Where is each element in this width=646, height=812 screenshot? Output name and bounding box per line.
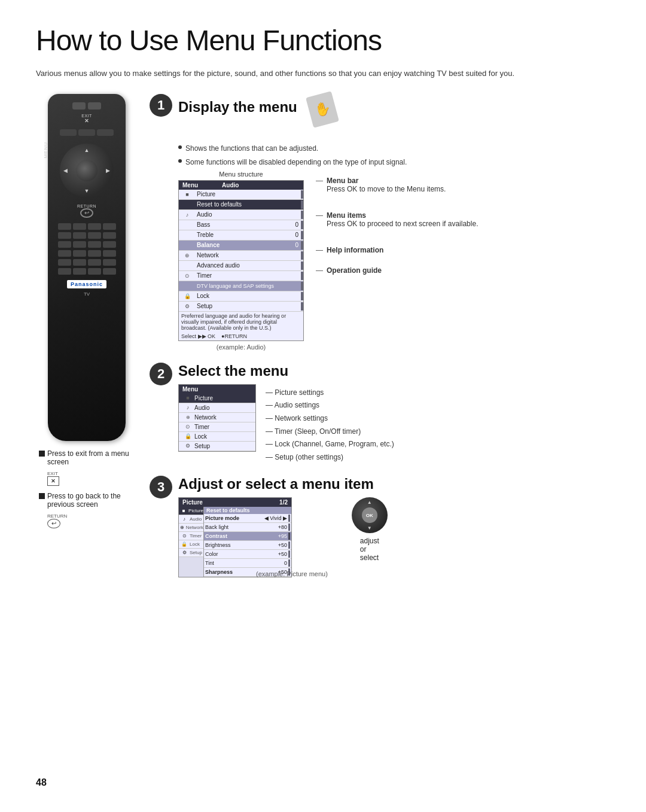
remote-mid-btn-7[interactable] bbox=[88, 232, 101, 239]
remote-exit-label: EXIT bbox=[81, 114, 92, 118]
remote-mid-btn-13[interactable] bbox=[58, 250, 71, 257]
remote-mid-btn-19[interactable] bbox=[88, 259, 101, 266]
remote-mid-btn-11[interactable] bbox=[88, 241, 101, 248]
step1-section: 1 Display the menu ✋ Shows th bbox=[150, 94, 610, 351]
step2-menu-screen: Menu ■ Picture ♪ Audio ⊕ Network bbox=[178, 384, 256, 452]
step3-brightness-row: Brightness +50 bbox=[204, 541, 291, 550]
nav-right-arrow[interactable]: ▶ bbox=[106, 168, 110, 174]
annot-help: — Help information bbox=[316, 246, 610, 254]
remote-mid-row1 bbox=[58, 223, 116, 230]
step2-row-picture: ■ Picture bbox=[179, 394, 255, 403]
step3-content: Adjust or select a menu item Picture 1/2 bbox=[178, 476, 610, 577]
return-btn-label: RETURN bbox=[47, 513, 67, 519]
remote-return-label: RETURN bbox=[77, 204, 96, 208]
remote-middle-rows bbox=[54, 223, 120, 275]
step3-contrast-row: Contrast +95 bbox=[204, 532, 291, 541]
remote-mid-btn-16[interactable] bbox=[103, 250, 116, 257]
nav-outer-ring[interactable]: ▲ ▼ ◀ ▶ bbox=[60, 144, 114, 197]
menu-row-treble: Treble 0 bbox=[179, 230, 303, 241]
step2-annot-picture: — Picture settings bbox=[266, 387, 394, 400]
remote-mid-btn-20[interactable] bbox=[103, 259, 116, 266]
remote-mid-btn-21[interactable] bbox=[58, 268, 71, 275]
step3-circle: 3 bbox=[150, 476, 172, 498]
step1-content: Display the menu ✋ Shows the functions t… bbox=[178, 94, 610, 351]
remote-mid-btn-1[interactable] bbox=[58, 223, 71, 230]
step1-bullets: Shows the functions that can be adjusted… bbox=[178, 143, 610, 168]
menu-footer-select: Select ▶▶ OK ●RETURN bbox=[179, 332, 303, 340]
remote-mid-btn-15[interactable] bbox=[88, 250, 101, 257]
return-btn-icon: ↩ bbox=[47, 519, 60, 528]
bottom-notes: Press to exit from a menu screen EXIT ✕ … bbox=[39, 449, 135, 528]
remote-column: MENU EXIT ✕ ▲ ▼ bbox=[36, 94, 138, 528]
step3-menu-body: ■ Picture ♪ Audio ⊕ Network bbox=[179, 507, 291, 577]
menu-side-label: MENU bbox=[43, 142, 48, 159]
step3-title: Adjust or select a menu item bbox=[178, 476, 610, 492]
remote-mid-btn-12[interactable] bbox=[103, 241, 116, 248]
tv-label: TV bbox=[84, 291, 90, 297]
ok-center[interactable]: OK bbox=[362, 507, 377, 523]
remote-mid-btn-10[interactable] bbox=[73, 241, 86, 248]
remote-mid-row6 bbox=[58, 268, 116, 275]
step3-nav-ok: ▲ ▼ OK adjust or select bbox=[352, 497, 388, 562]
step1-caption: (example: Audio) bbox=[217, 343, 266, 351]
remote-mid-row5 bbox=[58, 259, 116, 266]
remote-mid-row2 bbox=[58, 232, 116, 239]
menu-row-balance: Balance 0 bbox=[179, 241, 303, 251]
remote-mid-row4 bbox=[58, 250, 116, 257]
step1-annotations: — Menu bar Press OK to move to the Menu … bbox=[316, 171, 610, 278]
remote-mid-btn-5[interactable] bbox=[58, 232, 71, 239]
menu-row-audio: ♪ Audio bbox=[179, 210, 303, 220]
remote-top-btn-c[interactable] bbox=[97, 129, 114, 136]
step2-annot-network: — Network settings bbox=[266, 412, 394, 425]
nav-ok-btn[interactable]: ▲ ▼ OK bbox=[352, 497, 388, 533]
step3-picture-menu: Picture 1/2 ■ Picture bbox=[178, 497, 292, 577]
menu-row-bass: Bass 0 bbox=[179, 220, 303, 230]
step2-title: Select the menu bbox=[178, 363, 610, 379]
remote-mid-btn-22[interactable] bbox=[73, 268, 86, 275]
step3-tint-row: Tint 0 bbox=[204, 559, 291, 568]
step3-adjust-label: adjust or select bbox=[360, 537, 379, 562]
menu-screen-header: Menu Audio bbox=[179, 181, 303, 190]
step3-right-data: Reset to defaults Picture mode ◀ Vivid ▶… bbox=[204, 507, 291, 577]
nav-down-arrow[interactable]: ▼ bbox=[84, 188, 90, 194]
remote-mid-btn-17[interactable] bbox=[58, 259, 71, 266]
remote-top-row2 bbox=[60, 129, 114, 136]
remote-mid-btn-4[interactable] bbox=[103, 223, 116, 230]
nav-circle-area: ▲ ▼ ◀ ▶ bbox=[60, 144, 114, 197]
menu-button-representation: ✋ bbox=[309, 94, 336, 125]
annot-operation: — Operation guide bbox=[316, 266, 610, 275]
step2-row-setup: ⚙ Setup bbox=[179, 442, 255, 451]
remote-mid-btn-14[interactable] bbox=[73, 250, 86, 257]
remote-btn-1[interactable] bbox=[72, 102, 86, 110]
remote-mid-btn-6[interactable] bbox=[73, 232, 86, 239]
menu-row-setup: ⚙ Setup bbox=[179, 302, 303, 312]
remote-mid-btn-2[interactable] bbox=[73, 223, 86, 230]
remote-mid-btn-3[interactable] bbox=[88, 223, 101, 230]
remote-mid-btn-9[interactable] bbox=[58, 241, 71, 248]
remote-mid-btn-8[interactable] bbox=[103, 232, 116, 239]
nav-left-arrow[interactable]: ◀ bbox=[63, 168, 68, 174]
ok-up[interactable]: ▲ bbox=[367, 500, 372, 505]
remote-top-btn-a[interactable] bbox=[60, 129, 77, 136]
remote-mid-btn-24[interactable] bbox=[103, 268, 116, 275]
nav-ok-center[interactable] bbox=[76, 160, 97, 181]
menu-row-network: ⊕ Network bbox=[179, 251, 303, 261]
remote-btn-2[interactable] bbox=[88, 102, 101, 110]
remote-top-btn-b[interactable] bbox=[78, 129, 95, 136]
menu-row-timer: ⊙ Timer bbox=[179, 271, 303, 281]
exit-btn-display: EXIT ✕ bbox=[47, 471, 135, 486]
ok-down[interactable]: ▼ bbox=[367, 525, 372, 531]
remote-mid-btn-18[interactable] bbox=[73, 259, 86, 266]
step2-row-lock: 🔒 Lock bbox=[179, 432, 255, 442]
step3-layout: Picture 1/2 ■ Picture bbox=[178, 497, 610, 577]
menu-structure-label: Menu structure bbox=[219, 171, 263, 178]
remote-exit-x[interactable]: ✕ bbox=[84, 118, 89, 124]
step3-section: 3 Adjust or select a menu item Picture 1… bbox=[150, 476, 610, 577]
step3-backlight-row: Back light +80 bbox=[204, 523, 291, 532]
exit-btn-label: EXIT bbox=[47, 471, 58, 476]
remote-mid-btn-23[interactable] bbox=[88, 268, 101, 275]
step2-row-audio: ♪ Audio bbox=[179, 403, 255, 413]
remote-return-btn[interactable]: ↩ bbox=[80, 208, 93, 218]
nav-up-arrow[interactable]: ▲ bbox=[84, 147, 90, 153]
menu-row-dtv: DTV language and SAP settings bbox=[179, 281, 303, 291]
